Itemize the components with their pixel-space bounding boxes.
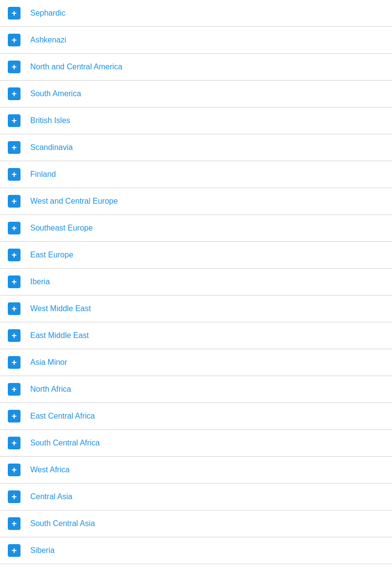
list-item-west-africa[interactable]: +West Africa [0, 457, 392, 484]
plus-button-siberia[interactable]: + [8, 544, 21, 557]
list-item-east-europe[interactable]: +East Europe [0, 242, 392, 269]
list-item-southeast-europe[interactable]: +Southeast Europe [0, 215, 392, 242]
plus-button-ashkenazi[interactable]: + [8, 34, 21, 46]
plus-button-southeast-europe[interactable]: + [8, 222, 21, 234]
item-label-south-america: South America [30, 89, 81, 98]
item-label-iberia: Iberia [30, 277, 50, 286]
plus-button-east-europe[interactable]: + [8, 249, 21, 261]
plus-button-west-central-europe[interactable]: + [8, 195, 21, 208]
list-item-south-central-asia[interactable]: +South Central Asia [0, 510, 392, 537]
item-label-sephardic: Sephardic [30, 9, 65, 18]
plus-button-british-isles[interactable]: + [8, 114, 21, 127]
plus-button-west-middle-east[interactable]: + [8, 302, 21, 315]
plus-button-central-asia[interactable]: + [8, 490, 21, 503]
plus-button-north-africa[interactable]: + [8, 383, 21, 396]
item-label-north-africa: North Africa [30, 385, 71, 394]
item-label-west-central-europe: West and Central Europe [30, 197, 118, 206]
region-list: +Sephardic+Ashkenazi+North and Central A… [0, 0, 392, 571]
list-item-sephardic[interactable]: +Sephardic [0, 0, 392, 27]
item-label-south-central-africa: South Central Africa [30, 439, 100, 447]
list-item-ashkenazi[interactable]: +Ashkenazi [0, 27, 392, 54]
item-label-ashkenazi: Ashkenazi [30, 36, 66, 44]
plus-button-south-central-asia[interactable]: + [8, 517, 21, 530]
item-label-central-asia: Central Asia [30, 492, 72, 501]
item-label-asia-minor: Asia Minor [30, 358, 67, 367]
plus-button-asia-minor[interactable]: + [8, 356, 21, 369]
list-item-north-africa[interactable]: +North Africa [0, 376, 392, 403]
plus-button-south-central-africa[interactable]: + [8, 437, 21, 449]
list-item-south-america[interactable]: +South America [0, 81, 392, 107]
item-label-british-isles: British Isles [30, 116, 70, 125]
list-item-east-central-africa[interactable]: +East Central Africa [0, 403, 392, 430]
item-label-west-middle-east: West Middle East [30, 304, 91, 313]
list-item-east-middle-east[interactable]: +East Middle East [0, 322, 392, 349]
list-item-iberia[interactable]: +Iberia [0, 269, 392, 296]
list-item-north-central-america[interactable]: +North and Central America [0, 54, 392, 81]
item-label-east-europe: East Europe [30, 251, 73, 259]
list-item-siberia[interactable]: +Siberia [0, 537, 392, 564]
plus-button-sephardic[interactable]: + [8, 7, 21, 20]
plus-button-finland[interactable]: + [8, 168, 21, 181]
list-item-british-isles[interactable]: +British Isles [0, 107, 392, 134]
item-label-finland: Finland [30, 170, 56, 179]
list-item-south-central-africa[interactable]: +South Central Africa [0, 430, 392, 457]
list-item-asia-minor[interactable]: +Asia Minor [0, 349, 392, 376]
plus-button-iberia[interactable]: + [8, 275, 21, 288]
item-label-southeast-europe: Southeast Europe [30, 224, 93, 233]
item-label-south-central-asia: South Central Asia [30, 519, 95, 528]
item-label-scandinavia: Scandinavia [30, 143, 73, 152]
list-item-finland[interactable]: +Finland [0, 161, 392, 188]
item-label-west-africa: West Africa [30, 465, 70, 474]
list-item-northeast-asia[interactable]: +Northeast Asia [0, 564, 392, 571]
list-item-central-asia[interactable]: +Central Asia [0, 484, 392, 510]
plus-button-north-central-america[interactable]: + [8, 61, 21, 73]
item-label-east-central-africa: East Central Africa [30, 412, 95, 421]
plus-button-south-america[interactable]: + [8, 87, 21, 100]
plus-button-east-central-africa[interactable]: + [8, 410, 21, 423]
list-item-scandinavia[interactable]: +Scandinavia [0, 134, 392, 161]
plus-button-scandinavia[interactable]: + [8, 141, 21, 154]
item-label-siberia: Siberia [30, 546, 55, 555]
plus-button-east-middle-east[interactable]: + [8, 329, 21, 342]
list-item-west-middle-east[interactable]: +West Middle East [0, 296, 392, 322]
item-label-north-central-america: North and Central America [30, 63, 123, 71]
list-item-west-central-europe[interactable]: +West and Central Europe [0, 188, 392, 215]
item-label-east-middle-east: East Middle East [30, 331, 89, 340]
plus-button-west-africa[interactable]: + [8, 464, 21, 476]
